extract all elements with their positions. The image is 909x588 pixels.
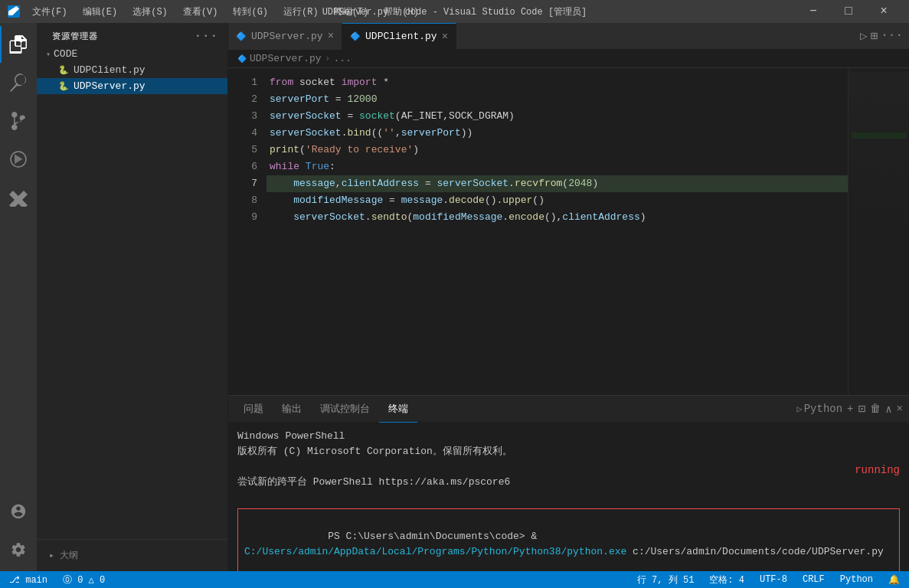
titlebar-controls: − □ ×: [796, 0, 901, 23]
code-line-3: serverSocket = socket(AF_INET,SOCK_DGRAM…: [266, 108, 848, 125]
maximize-button[interactable]: □: [831, 0, 866, 23]
line-num-1: 1: [228, 74, 257, 91]
tab-file-icon-2: 🔷: [350, 31, 361, 41]
terminal-cmd-line: PS C:\Users\admin\Documents\code> & C:/U…: [244, 514, 893, 571]
tab-close-udpserver[interactable]: ×: [328, 30, 334, 42]
breadcrumb-filename: UDPServer.py: [250, 53, 322, 64]
titlebar-title: UDPServer.py - code - Visual Studio Code…: [322, 5, 587, 18]
panel-tab-debug-console[interactable]: 调试控制台: [311, 396, 379, 423]
code-lines[interactable]: from socket import * serverPort = 12000 …: [266, 68, 848, 395]
terminal-input-box[interactable]: PS C:\Users\admin\Documents\code> & C:/U…: [237, 508, 900, 571]
panel-actions: ▷ Python + ⊡ 🗑 ∧ ×: [796, 401, 903, 416]
menu-edit[interactable]: 编辑(E): [77, 4, 124, 20]
sidebar-title: 资源管理器: [52, 31, 97, 42]
tab-udpclient[interactable]: 🔷 UDPClient.py ×: [342, 23, 456, 50]
terminal-ps-prefix: PS C:\Users\admin\Documents\code> &: [328, 531, 543, 542]
panel-tabs: 问题 输出 调试控制台 终端 ▷ Python + ⊡ 🗑 ∧ ×: [228, 396, 909, 423]
status-encoding[interactable]: UTF-8: [757, 574, 790, 585]
panel-split-terminal[interactable]: ⊡: [858, 401, 866, 416]
more-tabs-icon[interactable]: ···: [881, 28, 903, 44]
status-bar: ⎇ main ⓪ 0 △ 0 行 7, 列 51 空格: 4 UTF-8 CRL…: [0, 571, 909, 588]
line-num-8: 8: [228, 192, 257, 209]
file-udpserver[interactable]: 🐍 UDPServer.py: [37, 78, 227, 94]
panel-collapse-icon[interactable]: ∧: [885, 403, 891, 416]
run-tab-icon[interactable]: ▷: [860, 28, 868, 44]
panel-tab-terminal[interactable]: 终端: [379, 396, 417, 423]
status-notification-icon[interactable]: 🔔: [885, 574, 903, 586]
close-button[interactable]: ×: [866, 0, 901, 23]
status-git[interactable]: ⎇ main: [6, 574, 51, 586]
account-activity-icon[interactable]: [0, 493, 37, 530]
extensions-activity-icon[interactable]: [0, 179, 37, 216]
outline-section: ▸ 大纲: [37, 539, 227, 571]
outline-label: ▸ 大纲: [49, 550, 78, 561]
terminal-python-path: C:/Users/admin/AppData/Local/Programs/Py…: [244, 546, 626, 557]
menu-file[interactable]: 文件(F): [26, 4, 74, 20]
sidebar-header: 资源管理器 ···: [37, 23, 227, 46]
source-control-activity-icon[interactable]: [0, 103, 37, 139]
tab-udpserver[interactable]: 🔷 UDPServer.py ×: [228, 23, 342, 50]
editor-area: 🔷 UDPServer.py × 🔷 UDPClient.py × ▷ ⊞ ··…: [228, 23, 909, 571]
breadcrumb: 🔷 UDPServer.py › ...: [228, 50, 909, 68]
search-activity-icon[interactable]: [0, 64, 37, 101]
code-editor[interactable]: 1 2 3 4 5 6 7 8 9 from socket import * s…: [228, 68, 909, 395]
status-errors[interactable]: ⓪ 0 △ 0: [60, 573, 108, 586]
panel-python-indicator[interactable]: ▷ Python: [796, 403, 842, 415]
panel-add-terminal[interactable]: +: [847, 403, 853, 415]
run-debug-activity-icon[interactable]: [0, 141, 37, 178]
main-area: 资源管理器 ··· ▾ CODE 🐍 UDPClient.py 🐍 UDPSer…: [0, 23, 909, 571]
menu-view[interactable]: 查看(V): [177, 4, 224, 20]
terminal[interactable]: Windows PowerShell 版权所有 (C) Microsoft Co…: [228, 423, 909, 571]
status-language[interactable]: Python: [837, 574, 876, 585]
activity-bar: [0, 23, 37, 571]
app-icon: [8, 5, 20, 18]
bottom-panel: 问题 输出 调试控制台 终端 ▷ Python + ⊡ 🗑 ∧ × Windo: [228, 395, 909, 571]
line-numbers: 1 2 3 4 5 6 7 8 9: [228, 68, 266, 395]
line-num-5: 5: [228, 142, 257, 158]
sidebar-header-actions[interactable]: ···: [195, 29, 218, 43]
status-line-ending[interactable]: CRLF: [799, 574, 828, 585]
sidebar: 资源管理器 ··· ▾ CODE 🐍 UDPClient.py 🐍 UDPSer…: [37, 23, 228, 571]
menu-select[interactable]: 选择(S): [126, 4, 174, 20]
status-spaces[interactable]: 空格: 4: [706, 573, 747, 586]
breadcrumb-more[interactable]: ...: [333, 53, 351, 64]
more-actions-icon[interactable]: ···: [195, 29, 218, 43]
file-udpclient[interactable]: 🐍 UDPClient.py: [37, 62, 227, 78]
code-line-2: serverPort = 12000: [266, 91, 848, 108]
status-line-col[interactable]: 行 7, 列 51: [634, 573, 697, 586]
terminal-line-1: Windows PowerShell: [237, 429, 900, 444]
tab-label-udpserver: UDPServer.py: [251, 31, 323, 42]
tab-file-icon-1: 🔷: [236, 31, 247, 41]
line-num-7: 7: [228, 175, 257, 192]
terminal-line-2: 版权所有 (C) Microsoft Corporation。保留所有权利。: [237, 444, 900, 459]
panel-tab-problems[interactable]: 问题: [234, 396, 273, 423]
status-left: ⎇ main ⓪ 0 △ 0: [6, 573, 108, 586]
panel-kill-terminal[interactable]: 🗑: [870, 403, 881, 415]
minimap: [848, 68, 909, 395]
python-label: Python: [804, 403, 842, 415]
panel-close-icon[interactable]: ×: [897, 403, 903, 415]
split-editor-icon[interactable]: ⊞: [871, 28, 878, 44]
explorer-activity-icon[interactable]: [0, 26, 37, 63]
line-num-4: 4: [228, 125, 257, 142]
line-num-6: 6: [228, 158, 257, 175]
minimize-button[interactable]: −: [796, 0, 831, 23]
menu-goto[interactable]: 转到(G): [227, 4, 274, 20]
code-line-8: modifiedMessage = message.decode().upper…: [266, 192, 848, 209]
settings-activity-icon[interactable]: [0, 531, 37, 568]
folder-code[interactable]: ▾ CODE: [37, 46, 227, 62]
menu-run[interactable]: 运行(R): [277, 4, 325, 20]
tab-close-udpclient[interactable]: ×: [442, 31, 448, 43]
tab-label-udpclient: UDPClient.py: [365, 31, 437, 42]
tab-bar: 🔷 UDPServer.py × 🔷 UDPClient.py × ▷ ⊞ ··…: [228, 23, 909, 50]
code-line-1: from socket import *: [266, 74, 848, 91]
breadcrumb-file-icon: 🔷: [237, 54, 247, 64]
breadcrumb-file[interactable]: 🔷 UDPServer.py: [237, 53, 322, 64]
minimap-canvas: [849, 71, 909, 224]
python-file-icon-2: 🐍: [58, 81, 69, 92]
code-line-6: while True:: [266, 158, 848, 175]
line-num-3: 3: [228, 108, 257, 125]
panel-tab-output[interactable]: 输出: [273, 396, 311, 423]
file-tree: ▾ CODE 🐍 UDPClient.py 🐍 UDPServer.py: [37, 46, 227, 539]
code-line-5: print('Ready to receive'): [266, 142, 848, 158]
